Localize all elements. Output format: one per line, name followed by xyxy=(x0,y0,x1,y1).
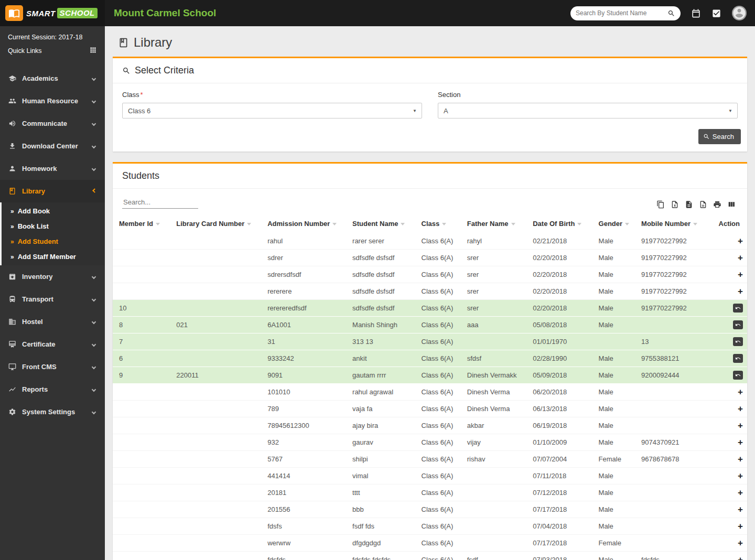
add-member-button[interactable]: + xyxy=(738,421,743,430)
submenu-item-add-book[interactable]: »Add Book xyxy=(2,203,105,219)
submenu-item-add-staff-member[interactable]: »Add Staff Member xyxy=(2,249,105,264)
column-header-class[interactable]: Class xyxy=(417,214,463,233)
student-cell: fdsfds xyxy=(637,552,714,560)
student-cell xyxy=(172,266,263,283)
return-book-button[interactable] xyxy=(733,371,743,380)
copy-icon[interactable] xyxy=(656,200,665,209)
sidebar-item-library[interactable]: Library xyxy=(0,180,105,202)
student-cell: Class 6(A) xyxy=(417,451,463,468)
add-member-button[interactable]: + xyxy=(738,521,743,531)
student-cell: Manish Shingh xyxy=(348,317,417,333)
add-member-button[interactable]: + xyxy=(738,488,743,498)
return-book-button[interactable] xyxy=(733,354,743,363)
student-cell xyxy=(172,468,263,484)
book-logo-icon xyxy=(5,5,23,21)
student-cell xyxy=(463,518,528,535)
student-cell: rishav xyxy=(463,451,528,468)
tasks-icon[interactable] xyxy=(711,8,721,18)
return-book-button[interactable] xyxy=(733,304,743,313)
add-member-button[interactable]: + xyxy=(738,236,743,246)
student-row: 201556bbbClass 6(A)07/17/2018Male+ xyxy=(113,501,747,518)
student-cell xyxy=(113,451,172,468)
table-search-input[interactable] xyxy=(122,196,198,209)
sidebar-item-transport[interactable]: Transport xyxy=(0,288,105,310)
student-search-pill[interactable] xyxy=(570,6,681,20)
grid-icon[interactable] xyxy=(89,46,97,56)
sidebar-item-homework[interactable]: Homework xyxy=(0,157,105,180)
student-cell: Male xyxy=(595,266,638,283)
sidebar-item-communicate[interactable]: Communicate xyxy=(0,112,105,135)
column-header-admission-number[interactable]: Admission Number xyxy=(263,214,348,233)
add-member-button[interactable]: + xyxy=(738,555,743,560)
student-cell xyxy=(113,535,172,552)
add-member-button[interactable]: + xyxy=(738,437,743,447)
csv-icon[interactable] xyxy=(685,200,693,209)
student-search-input[interactable] xyxy=(576,9,664,17)
add-member-button[interactable]: + xyxy=(738,387,743,397)
student-cell: 06/13/2018 xyxy=(528,401,594,417)
student-cell: 07/04/2018 xyxy=(528,518,594,535)
sidebar-item-reports[interactable]: Reports xyxy=(0,378,105,401)
student-cell: fdsfds xyxy=(263,552,348,560)
sidebar-item-label: Transport xyxy=(22,295,87,303)
student-row: 5767shilpiClass 6(A)rishav07/07/2004Fema… xyxy=(113,451,747,468)
pdf-icon[interactable] xyxy=(699,200,707,209)
chevron-left-icon xyxy=(92,410,96,414)
submenu-item-book-list[interactable]: »Book List xyxy=(2,219,105,234)
section-label: Section xyxy=(438,91,460,99)
add-member-button[interactable]: + xyxy=(738,286,743,296)
student-cell: Dinesh Vermakk xyxy=(463,367,528,384)
student-cell: sdfsdfe dsfsdf xyxy=(348,283,417,300)
column-header-gender[interactable]: Gender xyxy=(595,214,638,233)
column-header-action[interactable]: Action xyxy=(714,214,747,233)
sidebar-item-certificate[interactable]: Certificate xyxy=(0,333,105,356)
student-cell xyxy=(113,468,172,484)
submenu-item-add-student[interactable]: »Add Student xyxy=(2,234,105,249)
add-member-button[interactable]: + xyxy=(738,253,743,263)
sidebar-item-download-center[interactable]: Download Center xyxy=(0,135,105,157)
add-member-button[interactable]: + xyxy=(738,270,743,279)
search-button-label: Search xyxy=(713,133,734,141)
sidebar-item-human-resource[interactable]: Human Resource xyxy=(0,90,105,112)
app-logo[interactable]: SMART SCHOOL xyxy=(0,0,105,26)
column-header-library-card-number[interactable]: Library Card Number xyxy=(172,214,263,233)
column-header-father-name[interactable]: Father Name xyxy=(463,214,528,233)
search-icon[interactable] xyxy=(667,9,675,17)
chevron-left-icon xyxy=(92,99,96,103)
sidebar-item-academics[interactable]: Academics xyxy=(0,67,105,90)
add-member-button[interactable]: + xyxy=(738,404,743,414)
add-member-button[interactable]: + xyxy=(738,454,743,464)
print-icon[interactable] xyxy=(713,200,721,209)
student-cell xyxy=(637,535,714,552)
columns-icon[interactable] xyxy=(727,200,736,209)
add-member-button[interactable]: + xyxy=(738,538,743,548)
section-select[interactable]: A ▼ xyxy=(438,103,738,119)
chevron-left-icon xyxy=(92,144,96,148)
column-header-member-id[interactable]: Member Id xyxy=(113,214,172,233)
sidebar-item-label: Academics xyxy=(22,74,87,82)
search-button[interactable]: Search xyxy=(698,129,741,144)
excel-icon[interactable] xyxy=(671,200,679,209)
add-member-button[interactable]: + xyxy=(738,471,743,481)
add-member-button[interactable]: + xyxy=(738,504,743,514)
sidebar-item-label: Download Center xyxy=(22,142,87,150)
return-book-button[interactable] xyxy=(733,320,743,329)
column-header-student-name[interactable]: Student Name xyxy=(348,214,417,233)
column-header-date-of-birth[interactable]: Date Of Birth xyxy=(528,214,594,233)
user-avatar[interactable] xyxy=(732,6,747,20)
student-cell: sfdsf xyxy=(463,350,528,367)
sidebar-item-inventory[interactable]: Inventory xyxy=(0,265,105,288)
double-arrow-icon: » xyxy=(10,253,14,261)
student-cell: 02/20/2018 xyxy=(528,250,594,266)
student-cell: akbar xyxy=(463,417,528,434)
student-cell xyxy=(113,434,172,451)
sidebar-item-system-settings[interactable]: System Settings xyxy=(0,401,105,423)
return-book-button[interactable] xyxy=(733,337,743,346)
action-cell: + xyxy=(714,384,747,401)
student-cell: 13 xyxy=(637,333,714,350)
column-header-mobile-number[interactable]: Mobile Number xyxy=(637,214,714,233)
class-select[interactable]: Class 6 ▼ xyxy=(122,103,422,119)
sidebar-item-front-cms[interactable]: Front CMS xyxy=(0,356,105,378)
calendar-icon[interactable] xyxy=(691,8,701,18)
sidebar-item-hostel[interactable]: Hostel xyxy=(0,310,105,333)
